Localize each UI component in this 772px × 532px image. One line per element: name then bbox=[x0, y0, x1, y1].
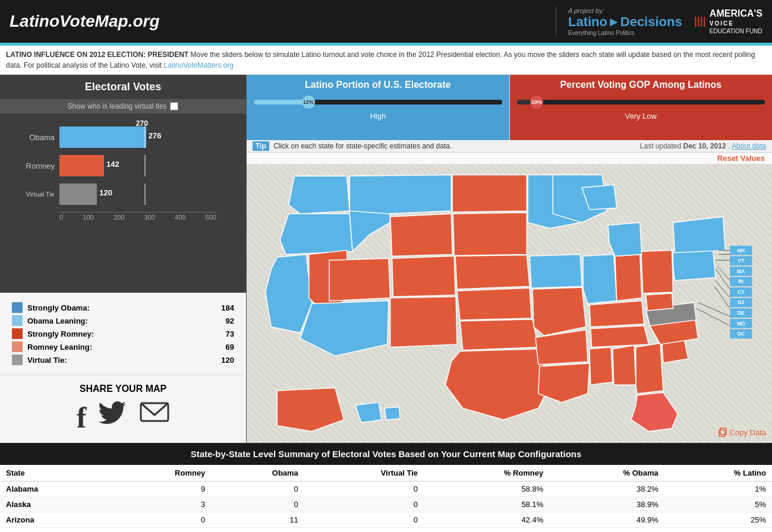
state-ga[interactable] bbox=[636, 343, 663, 394]
cell-pct-obama: 38.9% bbox=[549, 497, 664, 512]
map-area: NH VT MA RI CT NJ DE MD DC bbox=[247, 164, 772, 443]
gop-slider-thumb[interactable]: 10% bbox=[530, 96, 543, 109]
tip-update-bar: Tip Click on each state for state-specif… bbox=[247, 140, 772, 153]
state-or[interactable] bbox=[280, 214, 352, 254]
twitter-icon[interactable] bbox=[98, 400, 128, 435]
table-body: Alabama 9 0 0 58.8% 38.2% 1% Alaska 3 0 … bbox=[0, 482, 772, 528]
state-nd[interactable] bbox=[452, 175, 527, 213]
copy-data-button[interactable]: Copy Data bbox=[718, 428, 766, 437]
tip-text: Click on each state for state-specific e… bbox=[273, 142, 452, 150]
state-oh[interactable] bbox=[641, 251, 673, 293]
state-il[interactable] bbox=[583, 254, 617, 303]
cell-tie: 0 bbox=[304, 512, 424, 528]
tie-legend-label: Virtual Tie: bbox=[27, 356, 221, 365]
us-map-svg: NH VT MA RI CT NJ DE MD DC bbox=[247, 164, 772, 443]
header-center: A project by: Latino►Decisions Everythin… bbox=[568, 7, 682, 36]
obama-label: Obama bbox=[12, 133, 55, 142]
legend: Strongly Obama: 184 Obama Leaning: 92 St… bbox=[0, 293, 246, 375]
table-row[interactable]: Arizona 0 11 0 42.4% 49.9% 25% bbox=[0, 512, 772, 528]
state-tn[interactable] bbox=[591, 326, 649, 347]
nh-label: NH bbox=[738, 248, 745, 254]
gop-slider-container: 10% bbox=[517, 96, 765, 108]
subtitle-link[interactable]: LatinoVoteMatters.org bbox=[163, 61, 233, 69]
sliders-row: Latino Portion of U.S. Electorate 12% Hi… bbox=[247, 75, 772, 140]
table-row[interactable]: Alabama 9 0 0 58.8% 38.2% 1% bbox=[0, 482, 772, 497]
legend-strong-romney: Strongly Romney: 73 bbox=[12, 328, 234, 339]
state-co[interactable] bbox=[392, 256, 456, 296]
state-mo[interactable] bbox=[532, 287, 586, 335]
chart-axis: 0 100 200 300 400 500 bbox=[12, 213, 216, 221]
electorate-slider-fill bbox=[254, 100, 308, 104]
state-al[interactable] bbox=[613, 346, 636, 385]
header-divider bbox=[556, 7, 556, 36]
cell-pct-latino: 25% bbox=[664, 512, 772, 528]
update-text: Last updated bbox=[640, 142, 683, 150]
update-sep: . bbox=[726, 142, 732, 150]
state-sd[interactable] bbox=[453, 213, 527, 255]
romney-bar bbox=[59, 155, 104, 176]
left-panel: Electoral Votes Show who is leading virt… bbox=[0, 75, 247, 443]
dc-line bbox=[697, 308, 730, 325]
gop-slider-title: Percent Voting GOP Among Latinos bbox=[517, 80, 765, 90]
state-ms[interactable] bbox=[590, 347, 613, 385]
state-tx[interactable] bbox=[446, 349, 550, 420]
col-state: State bbox=[0, 465, 108, 482]
axis-200: 200 bbox=[114, 214, 124, 221]
electorate-slider-thumb[interactable]: 12% bbox=[302, 96, 315, 109]
state-az[interactable] bbox=[300, 301, 389, 356]
cell-obama: 11 bbox=[211, 512, 304, 528]
reset-values-link[interactable]: Reset Values bbox=[717, 154, 765, 163]
update-date: Dec 10, 2012 bbox=[683, 142, 726, 150]
table-row[interactable]: Alaska 3 0 0 58.1% 38.9% 5% bbox=[0, 497, 772, 512]
legend-romney-lean: Romney Leaning: 69 bbox=[12, 341, 234, 352]
axis-400: 400 bbox=[175, 214, 185, 221]
cell-romney: 0 bbox=[108, 512, 211, 528]
state-hi[interactable] bbox=[355, 403, 382, 423]
state-ne[interactable] bbox=[455, 255, 530, 289]
facebook-icon[interactable]: f bbox=[77, 400, 87, 435]
legend-strong-obama: Strongly Obama: 184 bbox=[12, 302, 234, 313]
col-tie: Virtual Tie bbox=[304, 465, 424, 482]
show-ties-checkbox[interactable] bbox=[170, 102, 178, 110]
state-ky[interactable] bbox=[590, 301, 644, 327]
ld-sub: Everything Latino Politics bbox=[568, 30, 635, 36]
state-wa[interactable] bbox=[289, 176, 350, 214]
win-line-tie bbox=[144, 183, 146, 205]
ma-label: MA bbox=[737, 268, 745, 274]
col-romney: Romney bbox=[108, 465, 211, 482]
state-nm[interactable] bbox=[390, 297, 457, 347]
state-wy[interactable] bbox=[390, 214, 453, 256]
cell-tie: 0 bbox=[304, 482, 424, 497]
cell-romney: 9 bbox=[108, 482, 211, 497]
ld-name2: Decisions bbox=[620, 14, 682, 29]
tie-swatch bbox=[12, 354, 23, 365]
legend-tie: Virtual Tie: 120 bbox=[12, 354, 234, 365]
strong-obama-value: 184 bbox=[221, 303, 234, 312]
email-icon[interactable] bbox=[140, 400, 169, 435]
state-hi2[interactable] bbox=[385, 407, 400, 419]
state-ca[interactable] bbox=[266, 254, 312, 332]
project-label: A project by: bbox=[568, 7, 604, 14]
state-in[interactable] bbox=[615, 254, 642, 300]
state-wv[interactable] bbox=[646, 293, 673, 311]
about-data-link[interactable]: About data bbox=[732, 142, 766, 150]
state-ks[interactable] bbox=[457, 288, 531, 320]
state-ia[interactable] bbox=[530, 254, 582, 288]
state-ok[interactable] bbox=[460, 319, 538, 350]
bottom-section: State-by-State Level Summary of Electora… bbox=[0, 443, 772, 528]
state-mi-lower[interactable] bbox=[608, 223, 642, 256]
col-pct-obama: % Obama bbox=[549, 465, 664, 482]
gop-slider-label: Very Low bbox=[517, 112, 765, 121]
copy-data-label: Copy Data bbox=[730, 428, 766, 437]
electorate-slider-title: Latino Portion of U.S. Electorate bbox=[254, 80, 502, 90]
state-mt[interactable] bbox=[349, 175, 451, 214]
tip-bar: Tip Click on each state for state-specif… bbox=[253, 142, 452, 150]
obama-lean-label: Obama Leaning: bbox=[27, 316, 226, 325]
state-table: State Romney Obama Virtual Tie % Romney … bbox=[0, 465, 772, 528]
state-fl[interactable] bbox=[631, 392, 678, 431]
electorate-slider-label: High bbox=[254, 112, 502, 121]
state-ak[interactable] bbox=[277, 388, 344, 431]
state-ut[interactable] bbox=[329, 258, 390, 300]
state-la[interactable] bbox=[538, 363, 590, 402]
state-ny[interactable] bbox=[673, 217, 726, 253]
